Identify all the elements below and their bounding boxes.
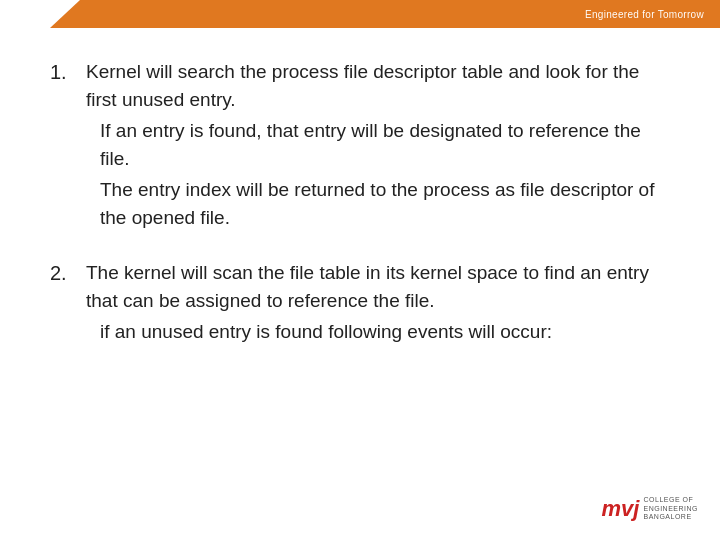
- header-notch-decoration: [0, 0, 80, 28]
- list-item-2: 2. The kernel will scan the file table i…: [50, 259, 670, 346]
- logo-subtitle-line3: BANGALORE: [643, 513, 698, 521]
- header-tagline: Engineered for Tomorrow: [585, 9, 704, 20]
- logo-subtitle-line1: COLLEGE OF: [643, 496, 698, 504]
- list-item-2-line-2: if an unused entry is found following ev…: [100, 318, 670, 346]
- list-number-1: 1.: [50, 58, 78, 86]
- list-item-1-content: Kernel will search the process file desc…: [86, 58, 670, 231]
- logo-subtitle-line2: ENGINEERING: [643, 505, 698, 513]
- logo-text: mvj: [602, 496, 640, 522]
- list-number-2: 2.: [50, 259, 78, 287]
- list-item-2-content: The kernel will scan the file table in i…: [86, 259, 670, 346]
- list-item: 1. Kernel will search the process file d…: [50, 58, 670, 231]
- list-item-1-line-3: The entry index will be returned to the …: [100, 176, 670, 231]
- svg-marker-0: [0, 0, 80, 28]
- content-list: 1. Kernel will search the process file d…: [50, 58, 670, 346]
- main-content: 1. Kernel will search the process file d…: [0, 28, 720, 394]
- list-item-1-line-2: If an entry is found, that entry will be…: [100, 117, 670, 172]
- logo-container: mvj COLLEGE OF ENGINEERING BANGALORE: [602, 496, 698, 522]
- logo-subtitle: COLLEGE OF ENGINEERING BANGALORE: [643, 496, 698, 521]
- list-item-2-line-1: The kernel will scan the file table in i…: [86, 259, 670, 314]
- list-item-1-line-1: Kernel will search the process file desc…: [86, 58, 670, 113]
- header-bar: Engineered for Tomorrow: [0, 0, 720, 28]
